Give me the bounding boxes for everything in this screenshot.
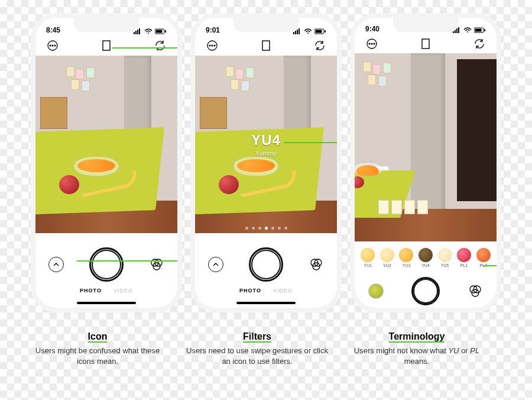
svg-rect-39 [484,29,485,31]
battery-icon [474,27,486,33]
svg-rect-19 [299,28,300,34]
camera-controls [355,275,497,308]
svg-rect-22 [316,30,322,33]
camera-scene [355,53,497,241]
svg-point-36 [467,31,468,33]
more-icon[interactable] [46,39,59,52]
status-time: 8:45 [46,26,60,34]
svg-point-20 [307,33,309,34]
caption-body: Users need to use swipe gestures or clic… [186,346,328,366]
svg-rect-0 [134,32,135,34]
mode-video[interactable]: VIDEO [113,288,133,293]
filter-chip-yu2[interactable]: YU2 [380,248,394,267]
mode-photo[interactable]: PHOTO [80,288,102,293]
svg-rect-6 [156,30,163,33]
mode-photo[interactable]: PHOTO [239,288,261,293]
status-right [293,28,326,34]
svg-rect-28 [262,41,270,50]
flip-camera-icon[interactable] [313,39,326,52]
home-indicator[interactable] [77,302,136,304]
aspect-icon[interactable] [100,39,113,52]
more-icon[interactable] [365,37,378,50]
svg-rect-38 [475,29,482,32]
more-icon[interactable] [206,39,219,52]
filter-name: Yummy [195,150,337,157]
wifi-icon [144,28,153,34]
wifi-icon [463,27,472,33]
svg-point-10 [52,45,53,46]
phone-terminology: 9:40 [355,18,497,308]
callout-line-toolbar [112,47,177,49]
aspect-icon[interactable] [419,37,432,50]
camera-scene [35,56,177,233]
svg-rect-17 [295,31,296,34]
svg-rect-12 [103,41,110,50]
shutter-button[interactable] [411,277,440,305]
filter-chip-pl1[interactable]: PL1 [457,248,471,267]
flip-camera-icon[interactable] [154,39,167,52]
filter-chip-yu5[interactable]: YU5 [438,248,452,267]
mode-row: PHOTO VIDEO [239,288,293,293]
callout-line-chips [484,265,497,266]
filters-icon[interactable] [468,283,483,299]
camera-top-toolbar [35,36,177,56]
caption-terminology: Terminology Users might not know what YU… [346,331,488,366]
notch [393,18,458,32]
notch [233,18,299,32]
svg-point-26 [212,45,213,46]
svg-rect-2 [137,30,138,34]
viewfinder[interactable] [355,53,497,241]
svg-point-25 [209,45,210,46]
mode-video[interactable]: VIDEO [273,288,293,293]
svg-rect-18 [297,30,298,34]
caption-filters: Filters Users need to use swipe gestures… [186,331,328,366]
camera-top-toolbar [355,34,497,53]
filter-chip-yu4[interactable]: YU4 [419,248,433,267]
wifi-icon [304,28,312,34]
filter-chip-yu3[interactable]: YU3 [399,248,413,267]
flip-camera-icon[interactable] [473,37,486,50]
home-indicator[interactable] [236,302,296,304]
aspect-icon[interactable] [259,39,273,52]
svg-rect-44 [422,39,429,49]
battery-icon [314,28,326,34]
viewfinder[interactable]: YU4 Yummy [195,56,337,233]
callout-line-controls [77,260,177,262]
caption-body: Users might not know what YU or PL means… [346,346,488,366]
svg-rect-7 [165,30,166,33]
svg-point-11 [54,45,56,46]
notch [74,18,139,32]
svg-rect-3 [139,28,140,34]
callout-line-filter [284,142,337,143]
caption-icon: Icon Users might be confused what these … [27,331,168,366]
viewfinder[interactable] [35,56,177,233]
captions-row: Icon Users might be confused what these … [27,331,505,366]
shutter-button[interactable] [249,247,283,282]
status-right [134,28,167,34]
caption-title: Icon [27,331,168,342]
svg-point-43 [374,43,375,44]
filters-icon[interactable] [309,257,324,272]
filter-chip-row[interactable]: YU1 YU2 YU3 YU4 YU5 PL1 PL2 [355,241,497,275]
phone-filters: 9:01 YU4 [195,18,337,308]
status-time: 9:40 [365,25,379,33]
phone-icon: 8:45 [35,18,177,308]
filter-chip-yu1[interactable]: YU1 [361,248,375,267]
caption-body: Users might be confused what these icons… [27,346,168,366]
svg-rect-34 [456,28,458,33]
status-right [453,27,486,33]
battery-icon [155,28,167,34]
collapse-icon[interactable] [48,257,64,272]
svg-rect-16 [293,32,294,34]
filter-code: YU4 [195,132,337,149]
gallery-thumbnail[interactable] [368,283,384,299]
camera-controls: PHOTO VIDEO [35,233,177,308]
filters-icon[interactable] [149,257,164,272]
camera-controls: PHOTO VIDEO [195,233,337,308]
svg-rect-23 [325,30,326,33]
phones-row: 8:45 [35,18,497,308]
svg-rect-35 [458,27,459,33]
collapse-icon[interactable] [208,257,223,272]
filter-overlay: YU4 Yummy [195,132,337,157]
shutter-button[interactable] [89,247,124,282]
